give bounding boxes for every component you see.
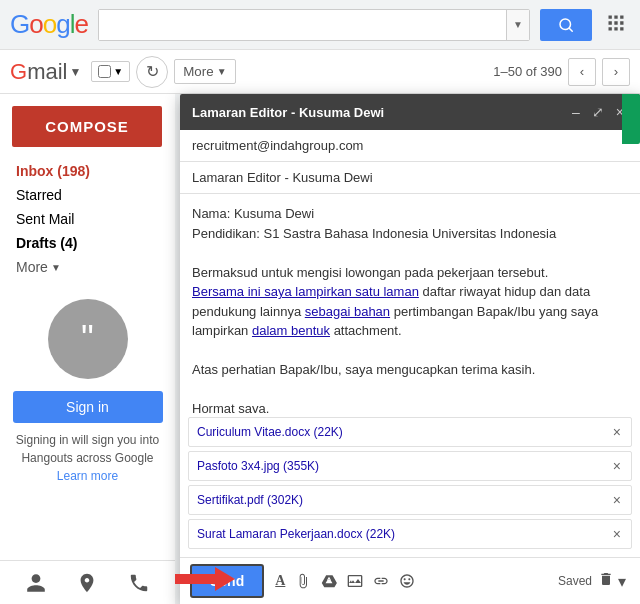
sidebar-item-drafts[interactable]: Drafts (4) <box>0 231 175 255</box>
format-text-icon: A <box>275 573 285 589</box>
sign-in-button[interactable]: Sign in <box>13 391 163 423</box>
insert-photo-button[interactable] <box>342 569 368 593</box>
discard-button[interactable] <box>598 571 614 591</box>
apps-button[interactable] <box>602 9 630 40</box>
more-dropdown-icon: ▼ <box>217 66 227 77</box>
red-arrow-indicator <box>175 564 235 594</box>
phone-icon[interactable] <box>121 565 157 601</box>
attachment-2-name[interactable]: Pasfoto 3x4.jpg (355K) <box>197 459 611 473</box>
attachment-4: Surat Lamaran Pekerjaan.docx (22K) × <box>188 519 632 549</box>
trash-icon <box>598 571 614 587</box>
sidebar-item-inbox[interactable]: Inbox (198) <box>0 159 175 183</box>
more-chevron-icon: ▼ <box>51 262 61 273</box>
search-button[interactable] <box>540 9 592 41</box>
paperclip-icon <box>295 573 311 589</box>
maximize-button[interactable]: ⤢ <box>588 102 608 122</box>
attachment-2-remove[interactable]: × <box>611 458 623 474</box>
sidebar-item-sent[interactable]: Sent Mail <box>0 207 175 231</box>
highlighted-text-3: dalam bentuk <box>252 323 330 338</box>
more-label: More <box>183 64 213 79</box>
location-icon[interactable] <box>69 565 105 601</box>
pagination-text: 1–50 of 390 <box>493 64 562 79</box>
profile-section: " Sign in Signing in will sign you intoH… <box>12 299 163 485</box>
header-controls: ▼ ↻ More ▼ <box>91 56 235 88</box>
attachment-4-name[interactable]: Surat Lamaran Pekerjaan.docx (22K) <box>197 527 611 541</box>
learn-more-link[interactable]: Learn more <box>57 469 118 483</box>
more-label: More <box>16 259 48 275</box>
gmail-dropdown-icon[interactable]: ▼ <box>69 65 81 79</box>
compose-body[interactable]: Nama: Kusuma Dewi Pendidikan: S1 Sastra … <box>180 194 640 413</box>
select-checkbox-btn[interactable]: ▼ <box>91 61 130 82</box>
body-line-1: Nama: Kusuma Dewi <box>192 204 628 224</box>
to-address: recruitment@indahgroup.com <box>192 138 363 153</box>
sign-in-subtext: Signing in will sign you intoHangouts ac… <box>16 431 159 485</box>
sidebar-item-starred[interactable]: Starred <box>0 183 175 207</box>
search-icon <box>557 16 575 34</box>
photo-icon <box>347 573 363 589</box>
minimize-button[interactable]: – <box>568 102 584 122</box>
person-icon[interactable] <box>18 565 54 601</box>
attachment-2: Pasfoto 3x4.jpg (355K) × <box>188 451 632 481</box>
attachment-3-name[interactable]: Sertifikat.pdf (302K) <box>197 493 611 507</box>
prev-page-button[interactable]: ‹ <box>568 58 596 86</box>
compose-subject-field[interactable]: Lamaran Editor - Kusuma Dewi <box>180 162 640 194</box>
attachment-1-name[interactable]: Curiculum Vitae.docx (22K) <box>197 425 611 439</box>
green-tab[interactable] <box>622 94 640 144</box>
compose-popup-header: Lamaran Editor - Kusuma Dewi – ⤢ × <box>180 94 640 130</box>
subject-text: Lamaran Editor - Kusuma Dewi <box>192 170 373 185</box>
sidebar: COMPOSE Inbox (198) Starred Sent Mail Dr… <box>0 94 175 604</box>
avatar: " <box>48 299 128 379</box>
emoji-button[interactable] <box>394 569 420 593</box>
google-drive-button[interactable] <box>316 569 342 593</box>
body-line-6: Hormat saya, <box>192 399 628 413</box>
main-layout: COMPOSE Inbox (198) Starred Sent Mail Dr… <box>0 94 640 604</box>
body-line-5: Atas perhatian Bapak/Ibu, saya mengucapk… <box>192 360 628 380</box>
attachment-4-remove[interactable]: × <box>611 526 623 542</box>
compose-popup-title: Lamaran Editor - Kusuma Dewi <box>192 105 564 120</box>
body-line-2: Pendidikan: S1 Sastra Bahasa Indonesia U… <box>192 224 628 244</box>
drafts-label: Drafts (4) <box>16 235 77 251</box>
saved-label: Saved <box>558 574 592 588</box>
refresh-button[interactable]: ↻ <box>136 56 168 88</box>
next-page-button[interactable]: › <box>602 58 630 86</box>
attachment-1: Curiculum Vitae.docx (22K) × <box>188 417 632 447</box>
search-dropdown-btn[interactable]: ▼ <box>506 10 529 40</box>
svg-marker-0 <box>175 567 235 591</box>
format-text-button[interactable]: A <box>270 569 290 593</box>
sent-label: Sent Mail <box>16 211 74 227</box>
attachment-1-remove[interactable]: × <box>611 424 623 440</box>
top-bar: Google ▼ <box>0 0 640 50</box>
emoji-icon <box>399 573 415 589</box>
compose-toolbar: Send A Saved <box>180 557 640 604</box>
sidebar-item-more[interactable]: More ▼ <box>0 255 175 279</box>
select-all-checkbox[interactable] <box>98 65 111 78</box>
checkbox-dropdown-icon: ▼ <box>113 66 123 77</box>
search-input[interactable] <box>99 10 506 40</box>
compose-to-field[interactable]: recruitment@indahgroup.com <box>180 130 640 162</box>
compose-button[interactable]: COMPOSE <box>12 106 162 147</box>
google-logo: Google <box>10 9 88 40</box>
attachment-3: Sertifikat.pdf (302K) × <box>188 485 632 515</box>
starred-label: Starred <box>16 187 62 203</box>
body-line-4: Bersama ini saya lampirkan satu laman da… <box>192 282 628 341</box>
pagination: 1–50 of 390 ‹ › <box>493 58 630 86</box>
bottom-icons-bar <box>0 560 175 604</box>
more-options-button[interactable]: ▾ <box>614 568 630 595</box>
search-bar: ▼ <box>98 9 530 41</box>
more-button[interactable]: More ▼ <box>174 59 235 84</box>
gmail-logo-text: Gmail <box>10 59 67 85</box>
link-icon <box>373 573 389 589</box>
attachments-section: Curiculum Vitae.docx (22K) × Pasfoto 3x4… <box>180 413 640 557</box>
compose-popup: Lamaran Editor - Kusuma Dewi – ⤢ × recru… <box>180 94 640 604</box>
highlighted-text-2: sebagai bahan <box>305 304 390 319</box>
body-line-3: Bermaksud untuk mengisi lowongan pada pe… <box>192 263 628 283</box>
inbox-label: Inbox (198) <box>16 163 90 179</box>
gmail-header: Gmail ▼ ▼ ↻ More ▼ 1–50 of 390 ‹ › <box>0 50 640 94</box>
grid-icon <box>606 13 626 33</box>
attachment-3-remove[interactable]: × <box>611 492 623 508</box>
drive-icon <box>321 573 337 589</box>
attach-file-button[interactable] <box>290 569 316 593</box>
avatar-icon: " <box>81 318 94 360</box>
more-chevron-icon: ▾ <box>618 573 626 590</box>
insert-link-button[interactable] <box>368 569 394 593</box>
